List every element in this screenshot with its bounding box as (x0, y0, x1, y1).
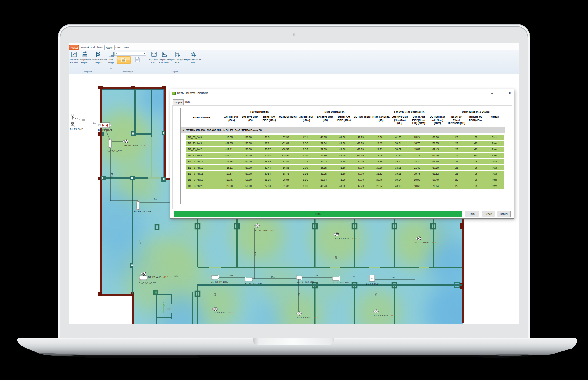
svg-text:B1_F3_Ant7 . -46.1: B1_F3_Ant7 . -46.1 (213, 311, 233, 314)
svg-text:PDF: PDF (176, 53, 178, 54)
svg-text:B1_F3_Ant16 . -46.3: B1_F3_Ant16 . -46.3 (415, 241, 436, 244)
svg-text:5m: 5m (93, 122, 96, 124)
svg-text:B1_F3_T13_7dB: B1_F3_T13_7dB (297, 281, 314, 283)
svg-text:10m: 10m (254, 252, 256, 256)
svg-text:B1_F3_Ant8 . -44.7: B1_F3_Ant8 . -44.7 (255, 229, 275, 232)
svg-text:B1_F3_Ant11 . -46.2: B1_F3_Ant11 . -46.2 (297, 316, 318, 319)
svg-text:X: X (168, 308, 170, 311)
svg-text:8m: 8m (335, 256, 337, 259)
svg-text:B1_F3_PS8: B1_F3_PS8 (366, 283, 379, 285)
svg-text:PS: PS (371, 278, 373, 279)
svg-text:B1_F3_T2_15dB: B1_F3_T2_15dB (106, 149, 123, 152)
svg-text:B1_F3_T7_12dB: B1_F3_T7_12dB (139, 281, 156, 284)
svg-text:B1_F3_Ant20 . -47.4: B1_F3_Ant20 . -47.4 (124, 144, 146, 147)
svg-text:PDF: PDF (191, 53, 194, 54)
svg-text:15m: 15m (111, 173, 113, 177)
svg-text:B1_F3_T9_10dB: B1_F3_T9_10dB (211, 281, 228, 283)
svg-text:B1_F3_Ant12 . -45.7: B1_F3_Ant12 . -45.7 (335, 237, 356, 240)
svg-text:A: A (191, 54, 193, 56)
svg-text:6m: 6m (298, 293, 300, 296)
svg-text:14m: 14m (174, 275, 178, 277)
svg-text:B1_F3_T15_5dB: B1_F3_T15_5dB (332, 281, 349, 284)
svg-text:B1_F3_Src2: B1_F3_Src2 (70, 128, 83, 130)
svg-text:15m: 15m (390, 277, 395, 279)
svg-text:13m: 13m (139, 240, 141, 244)
svg-text:7m: 7m (315, 275, 318, 277)
svg-text:7m: 7m (375, 293, 377, 296)
svg-text:7m: 7m (230, 275, 233, 277)
svg-text:7m: 7m (154, 198, 157, 200)
svg-text:B1_F3_T4_15dB: B1_F3_T4_15dB (134, 210, 151, 213)
svg-text:B1_F3_Ant15 . -45.9: B1_F3_Ant15 . -45.9 (374, 314, 395, 317)
svg-text:CAD: CAD (152, 53, 156, 55)
svg-text:A4: A4 (116, 53, 118, 55)
svg-text:10m: 10m (271, 276, 275, 278)
svg-text:B1_F3_Ant5 . -48.5: B1_F3_Ant5 . -48.5 (148, 276, 168, 278)
svg-text:B1_F3_BDA1: B1_F3_BDA1 (98, 129, 113, 131)
svg-text:B1_F3_T11_7dB: B1_F3_T11_7dB (245, 282, 262, 285)
svg-text:Y: Y (163, 301, 165, 304)
svg-text:7m: 7m (352, 275, 355, 277)
svg-text:5m: 5m (214, 293, 216, 296)
